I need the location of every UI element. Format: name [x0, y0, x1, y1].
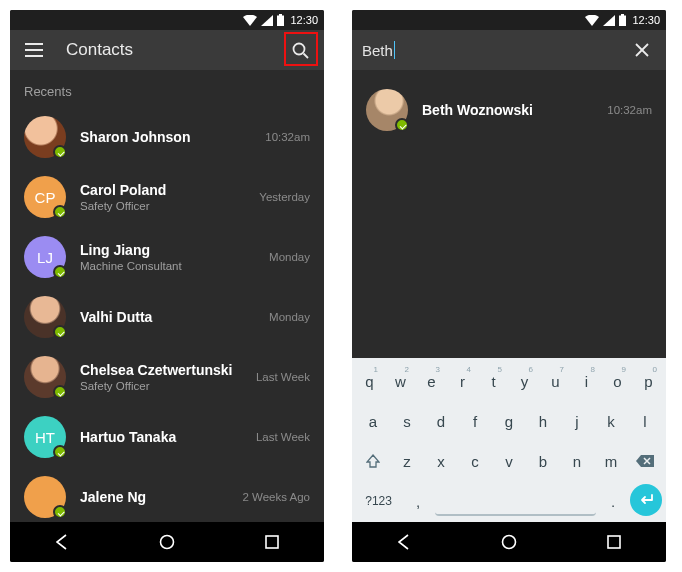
svg-rect-1 [279, 14, 282, 16]
key-j[interactable]: j [562, 404, 592, 438]
contact-subtitle: Machine Consultant [80, 260, 255, 272]
key-e[interactable]: e3 [418, 364, 445, 398]
section-header-recents: Recents [10, 70, 324, 107]
key-comma[interactable]: , [405, 484, 431, 518]
key-shift[interactable] [358, 444, 388, 478]
keyboard: q1w2e3r4t5y6u7i8o9p0 asdfghjkl zxcvbnm ?… [352, 358, 666, 522]
avatar: HT [24, 416, 66, 458]
key-c[interactable]: c [460, 444, 490, 478]
nav-home-button[interactable] [153, 528, 181, 556]
nav-home-button[interactable] [495, 528, 523, 556]
presence-available-icon [53, 385, 67, 399]
svg-rect-4 [25, 55, 43, 57]
key-a[interactable]: a [358, 404, 388, 438]
svg-rect-8 [266, 536, 278, 548]
nav-recents-button[interactable] [600, 528, 628, 556]
contact-row[interactable]: Chelsea CzetwertunskiSafety OfficerLast … [10, 347, 324, 407]
status-bar: 12:30 [10, 10, 324, 30]
key-b[interactable]: b [528, 444, 558, 478]
key-s[interactable]: s [392, 404, 422, 438]
recents-icon [606, 534, 622, 550]
key-l[interactable]: l [630, 404, 660, 438]
key-superscript: 7 [560, 365, 564, 374]
key-o[interactable]: o9 [604, 364, 631, 398]
key-enter[interactable] [630, 484, 662, 516]
android-nav-bar [352, 522, 666, 562]
clear-search-button[interactable] [628, 36, 656, 64]
key-r[interactable]: r4 [449, 364, 476, 398]
keyboard-row-4: ?123 , . [356, 484, 662, 518]
contact-text: Sharon Johnson [80, 129, 251, 145]
search-result-row[interactable]: Beth Woznowski 10:32am [352, 80, 666, 140]
svg-rect-16 [608, 536, 620, 548]
key-q[interactable]: q1 [356, 364, 383, 398]
contact-row[interactable]: CPCarol PolandSafety OfficerYesterday [10, 167, 324, 227]
search-bar: Beth [352, 30, 666, 70]
presence-available-icon [53, 145, 67, 159]
presence-available-icon [53, 265, 67, 279]
nav-back-button[interactable] [48, 528, 76, 556]
key-space[interactable] [435, 486, 596, 516]
presence-available-icon [53, 505, 67, 519]
contact-row[interactable]: Valhi DuttaMonday [10, 287, 324, 347]
key-p[interactable]: p0 [635, 364, 662, 398]
key-f[interactable]: f [460, 404, 490, 438]
recents-icon [264, 534, 280, 550]
key-d[interactable]: d [426, 404, 456, 438]
contact-subtitle: Safety Officer [80, 200, 245, 212]
key-g[interactable]: g [494, 404, 524, 438]
contact-row[interactable]: Sharon Johnson10:32am [10, 107, 324, 167]
svg-rect-3 [25, 49, 43, 51]
svg-point-7 [160, 536, 173, 549]
avatar [24, 296, 66, 338]
key-t[interactable]: t5 [480, 364, 507, 398]
contact-name: Carol Poland [80, 182, 245, 198]
key-backspace[interactable] [630, 444, 660, 478]
search-input[interactable]: Beth [362, 41, 620, 59]
contact-row[interactable]: Jalene Ng2 Weeks Ago [10, 467, 324, 522]
contact-name: Valhi Dutta [80, 309, 255, 325]
key-period[interactable]: . [600, 484, 626, 518]
key-m[interactable]: m [596, 444, 626, 478]
contact-row[interactable]: LJLing JiangMachine ConsultantMonday [10, 227, 324, 287]
key-k[interactable]: k [596, 404, 626, 438]
hamburger-icon [25, 43, 43, 57]
search-query-text: Beth [362, 42, 393, 59]
key-x[interactable]: x [426, 444, 456, 478]
contact-row[interactable]: HTHartuo TanakaLast Week [10, 407, 324, 467]
key-superscript: 0 [653, 365, 657, 374]
avatar: CP [24, 176, 66, 218]
contact-list[interactable]: Sharon Johnson10:32amCPCarol PolandSafet… [10, 107, 324, 522]
back-icon [395, 533, 413, 551]
menu-button[interactable] [20, 36, 48, 64]
contact-time: Yesterday [259, 191, 310, 203]
presence-available-icon [395, 118, 409, 132]
app-bar: Contacts [10, 30, 324, 70]
presence-available-icon [53, 205, 67, 219]
contact-text: Beth Woznowski [422, 102, 593, 118]
keyboard-row-2: asdfghjkl [356, 404, 662, 438]
key-y[interactable]: y6 [511, 364, 538, 398]
phone-search: 12:30 Beth Beth Woznowski 10:32am q1w2e3… [352, 10, 666, 562]
key-h[interactable]: h [528, 404, 558, 438]
contact-name: Ling Jiang [80, 242, 255, 258]
key-n[interactable]: n [562, 444, 592, 478]
nav-back-button[interactable] [390, 528, 418, 556]
home-icon [500, 533, 518, 551]
signal-icon [603, 15, 615, 26]
key-symbols[interactable]: ?123 [356, 484, 401, 518]
contact-text: Valhi Dutta [80, 309, 255, 325]
keyboard-row-3: zxcvbnm [356, 444, 662, 478]
key-w[interactable]: w2 [387, 364, 414, 398]
nav-recents-button[interactable] [258, 528, 286, 556]
enter-icon [638, 493, 654, 507]
key-i[interactable]: i8 [573, 364, 600, 398]
status-bar: 12:30 [352, 10, 666, 30]
presence-available-icon [53, 325, 67, 339]
battery-icon [619, 14, 626, 26]
home-icon [158, 533, 176, 551]
key-u[interactable]: u7 [542, 364, 569, 398]
presence-available-icon [53, 445, 67, 459]
key-v[interactable]: v [494, 444, 524, 478]
key-z[interactable]: z [392, 444, 422, 478]
